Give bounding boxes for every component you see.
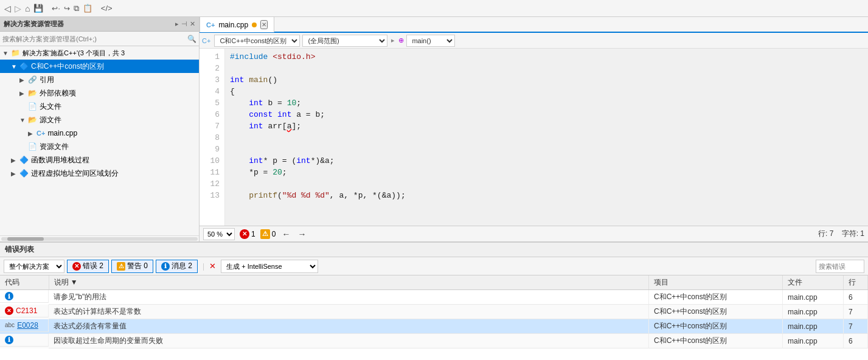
- error-filter-btn[interactable]: ✕ 错误 2: [67, 260, 109, 273]
- breadcrumb-separator: ▸: [391, 36, 395, 44]
- nav-back-btn[interactable]: ←: [280, 229, 291, 239]
- table-row[interactable]: abc E0028 表达式必须含有常量值 C和C++中const的区别 main…: [0, 319, 868, 334]
- solution-explorer: 解决方案资源管理器 ▸ ⊣ ✕ 🔍 ▼ 📁 解决方案'施磊C++'(3 个项目，…: [0, 17, 200, 241]
- zoom-select[interactable]: 50 %: [203, 228, 235, 240]
- row1-type-icon: ℹ: [5, 292, 13, 300]
- row2-project: C和C++中const的区别: [649, 305, 783, 319]
- tab-maincpp[interactable]: C+ main.cpp ✕: [200, 17, 274, 32]
- table-row[interactable]: ℹ 因读取超过生命周期的变量而失败 C和C++中const的区别 main.cp…: [0, 334, 868, 348]
- error-table: 代码 说明 ▼ 项目 文件 行 ℹ 请参见"b"的用法 C和C++中con: [0, 275, 868, 360]
- tree-item-project2[interactable]: ▶ 🔷 函数调用堆栈过程: [0, 153, 199, 167]
- copy-btn[interactable]: ⧉: [72, 4, 81, 13]
- table-row[interactable]: ℹ 请参见"b"的用法 C和C++中const的区别 main.cpp 6: [0, 290, 868, 305]
- breadcrumb-func-select[interactable]: main(): [406, 35, 455, 47]
- extdep-icon: 📂: [28, 89, 37, 97]
- pin-icon[interactable]: ▸: [175, 20, 179, 28]
- table-row[interactable]: ✕ C2131 表达式的计算结果不是常数 C和C++中const的区别 main…: [0, 305, 868, 319]
- tree-item-maincpp[interactable]: ▶ C+ main.cpp: [0, 126, 199, 140]
- row4-file: main.cpp: [783, 334, 844, 348]
- sources-label: 源文件: [40, 115, 61, 125]
- sidebar-scrollbar-thumb: [7, 237, 44, 241]
- breadcrumb-scope-select[interactable]: (全局范围): [302, 35, 387, 47]
- scope-filter-select[interactable]: 整个解决方案: [4, 260, 64, 273]
- clear-icon[interactable]: ✕: [209, 261, 216, 271]
- forward-btn[interactable]: ▷: [13, 4, 23, 13]
- editor-main: 1 2 3 4 5 6 7 8 9 10 11 12 13 #include <…: [200, 49, 868, 226]
- tab-close-btn[interactable]: ✕: [260, 20, 268, 29]
- tree-item-resources[interactable]: 📄 资源文件: [0, 140, 199, 153]
- headers-label: 头文件: [40, 102, 61, 112]
- code-line-10: int* p = (int*)&a;: [230, 155, 863, 167]
- row2-desc: 表达式的计算结果不是常数: [49, 305, 649, 319]
- build-filter-select[interactable]: 生成 + IntelliSense: [221, 260, 318, 273]
- warning-filter-btn[interactable]: ⚠ 警告 0: [111, 260, 153, 273]
- tree-item-project3[interactable]: ▶ 🔷 进程虚拟地址空间区域划分: [0, 167, 199, 180]
- row4-type-icon: ℹ: [5, 336, 13, 344]
- sidebar-title: 解决方案资源管理器: [4, 19, 64, 29]
- error-search-input[interactable]: [816, 260, 864, 273]
- nav-forward-btn[interactable]: →: [296, 229, 307, 239]
- breadcrumb-cpp-icon: C+: [202, 37, 210, 44]
- autohide-icon[interactable]: ⊣: [181, 20, 187, 28]
- close-icon[interactable]: ✕: [190, 20, 195, 28]
- code-line-3: int main(): [230, 74, 863, 86]
- error-panel: 错误列表 整个解决方案 ✕ 错误 2 ⚠ 警告 0 ℹ 消息 2 | ✕ 生成 …: [0, 241, 868, 360]
- extdep-label: 外部依赖项: [40, 88, 76, 99]
- message-filter-btn[interactable]: ℹ 消息 2: [156, 260, 198, 273]
- sidebar-scrollbar-track[interactable]: [1, 237, 198, 241]
- warning-icon: ⚠: [260, 229, 270, 239]
- error-panel-title-bar: 错误列表: [0, 243, 868, 257]
- tree-item-headers[interactable]: 📄 头文件: [0, 100, 199, 113]
- col-file[interactable]: 文件: [783, 275, 844, 290]
- sidebar-search-bar: 🔍: [0, 32, 199, 46]
- breadcrumb-project-select[interactable]: C和C++中const的区别: [214, 35, 300, 47]
- error-badge: ✕ 1: [240, 229, 255, 239]
- col-project[interactable]: 项目: [649, 275, 783, 290]
- error-filter-label: 错误 2: [83, 261, 103, 271]
- project1-icon: 🔷: [19, 62, 29, 71]
- tree-item-solution[interactable]: ▼ 📁 解决方案'施磊C++'(3 个项目，共 3: [0, 46, 199, 60]
- tree-item-extdep[interactable]: ▶ 📂 外部依赖项: [0, 86, 199, 100]
- message-filter-label: 消息 2: [172, 261, 192, 271]
- row2-type-icon: ✕: [5, 306, 13, 315]
- row3-project: C和C++中const的区别: [649, 319, 783, 334]
- undo-btn[interactable]: ↩·: [50, 4, 61, 13]
- back-btn[interactable]: ◁: [2, 4, 13, 13]
- row3-desc: 表达式必须含有常量值: [49, 319, 649, 334]
- save-btn[interactable]: 💾: [32, 4, 45, 13]
- search-input[interactable]: [2, 35, 187, 43]
- row4-desc: 因读取超过生命周期的变量而失败: [49, 334, 649, 348]
- code-line-8: [230, 132, 863, 144]
- toolbar-divider: |: [203, 262, 204, 271]
- sidebar-tree: ▼ 📁 解决方案'施磊C++'(3 个项目，共 3 ▼ 🔷 C和C++中cons…: [0, 46, 199, 235]
- tree-arrow-solution: ▼: [2, 50, 11, 57]
- tree-item-project1[interactable]: ▼ 🔷 C和C++中const的区别: [0, 60, 199, 73]
- row2-code-link[interactable]: C2131: [16, 306, 37, 315]
- tree-item-ref[interactable]: ▶ 🔗 引用: [0, 73, 199, 86]
- home-btn[interactable]: ⌂: [23, 4, 32, 13]
- redo-btn[interactable]: ↪: [62, 4, 72, 13]
- status-line: 行: 7: [818, 229, 833, 238]
- resources-label: 资源文件: [40, 142, 69, 152]
- row1-line: 6: [844, 290, 868, 305]
- paste-btn[interactable]: 📋: [81, 4, 94, 13]
- code-editor[interactable]: #include <stdio.h> int main() { int b = …: [225, 49, 868, 226]
- maincpp-icon: C+: [36, 130, 45, 137]
- row1-file: main.cpp: [783, 290, 844, 305]
- tree-item-sources[interactable]: ▼ 📂 源文件: [0, 113, 199, 126]
- warning-filter-icon: ⚠: [117, 262, 125, 271]
- code-line-2: [230, 63, 863, 74]
- row2-file: main.cpp: [783, 305, 844, 319]
- col-code[interactable]: 代码: [0, 275, 49, 290]
- solution-label: 解决方案'施磊C++'(3 个项目，共 3: [23, 49, 125, 58]
- sidebar-title-icons: ▸ ⊣ ✕: [175, 20, 195, 28]
- row1-code: ℹ: [0, 290, 49, 303]
- col-line[interactable]: 行: [844, 275, 868, 290]
- code-btn[interactable]: </>: [99, 4, 114, 13]
- row1-project: C和C++中const的区别: [649, 290, 783, 305]
- status-col: 字符: 1: [842, 229, 864, 238]
- col-desc[interactable]: 说明 ▼: [49, 275, 649, 290]
- row3-code-link[interactable]: E0028: [17, 321, 38, 330]
- tree-arrow-project1: ▼: [11, 63, 19, 70]
- row2-line: 7: [844, 305, 868, 319]
